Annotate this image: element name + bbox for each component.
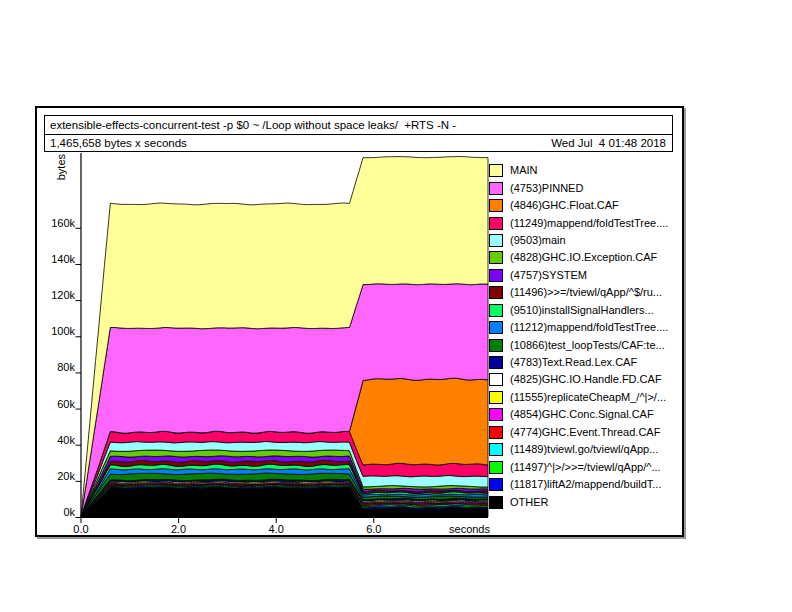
legend-label: (11555)replicateCheapM_/^|>/... — [510, 391, 666, 404]
legend-item: (11497)^|>/>>=/tviewl/qApp/^... — [489, 458, 668, 475]
legend-item: (4854)GHC.Conc.Signal.CAF — [489, 406, 668, 423]
x-tick-label: 0.0 — [59, 523, 103, 535]
legend-item: (4757)SYSTEM — [489, 267, 668, 284]
legend-label: (4757)SYSTEM — [510, 269, 587, 282]
legend-label: (4854)GHC.Conc.Signal.CAF — [510, 408, 654, 421]
legend-swatch — [489, 478, 503, 491]
legend-label: (4846)GHC.Float.CAF — [510, 199, 619, 212]
legend-item: (4774)GHC.Event.Thread.CAF — [489, 424, 668, 441]
legend-swatch — [489, 391, 503, 404]
legend-swatch — [489, 496, 503, 509]
header-box: extensible-effects-concurrent-test -p $0… — [44, 115, 673, 152]
legend-label: (4783)Text.Read.Lex.CAF — [510, 356, 637, 369]
legend-item: (4846)GHC.Float.CAF — [489, 197, 668, 214]
legend-label: (10866)test_loopTests/CAF:te... — [510, 339, 665, 352]
legend-item: (4783)Text.Read.Lex.CAF — [489, 354, 668, 371]
legend-item: (11555)replicateCheapM_/^|>/... — [489, 389, 668, 406]
legend-label: (9503)main — [510, 234, 566, 247]
x-tick-label: 6.0 — [352, 523, 396, 535]
y-axis-title: bytes — [55, 154, 67, 180]
legend-swatch — [489, 408, 503, 421]
y-tick-label: 100k — [30, 325, 75, 337]
x-axis-title: seconds — [400, 523, 490, 535]
legend-swatch — [489, 461, 503, 474]
legend-label: (9510)installSignalHandlers... — [510, 304, 654, 317]
legend-swatch — [489, 217, 503, 230]
legend-label: (11497)^|>/>>=/tviewl/qApp/^... — [510, 461, 661, 474]
legend-swatch — [489, 286, 503, 299]
legend-swatch — [489, 443, 503, 456]
legend-item: (4825)GHC.IO.Handle.FD.CAF — [489, 371, 668, 388]
legend-label: (11817)liftA2/mappend/buildT... — [510, 478, 661, 491]
legend-item: (11212)mappend/foldTestTree.... — [489, 319, 668, 336]
x-tick-label: 2.0 — [157, 523, 201, 535]
legend-swatch — [489, 373, 503, 386]
legend-swatch — [489, 321, 503, 334]
legend-label: (4753)PINNED — [510, 182, 583, 195]
x-tick-label: 4.0 — [254, 523, 298, 535]
legend-item: (4753)PINNED — [489, 179, 668, 196]
legend-swatch — [489, 339, 503, 352]
y-tick-label: 0k — [30, 506, 75, 518]
total-bytes-seconds: 1,465,658 bytes x seconds — [50, 135, 187, 152]
profile-command-title: extensible-effects-concurrent-test -p $0… — [45, 116, 672, 135]
legend-item: (11496)>>=/tviewl/qApp/^$/ru... — [489, 284, 668, 301]
legend-swatch — [489, 182, 503, 195]
legend-label: (4825)GHC.IO.Handle.FD.CAF — [510, 373, 662, 386]
legend-swatch — [489, 304, 503, 317]
legend-item: MAIN — [489, 162, 668, 179]
y-tick-label: 160k — [30, 217, 75, 229]
y-tick-label: 140k — [30, 253, 75, 265]
legend-swatch — [489, 426, 503, 439]
legend-swatch — [489, 199, 503, 212]
legend-swatch — [489, 356, 503, 369]
y-tick-label: 60k — [30, 398, 75, 410]
legend-label: (4828)GHC.IO.Exception.CAF — [510, 251, 657, 264]
header-sub-row: 1,465,658 bytes x seconds Wed Jul 4 01:4… — [45, 135, 672, 152]
legend-label: (11496)>>=/tviewl/qApp/^$/ru... — [510, 286, 662, 299]
y-tick-label: 120k — [30, 289, 75, 301]
legend-item: (4828)GHC.IO.Exception.CAF — [489, 249, 668, 266]
legend-swatch — [489, 251, 503, 264]
profile-date: Wed Jul 4 01:48 2018 — [551, 135, 666, 152]
y-tick-label: 20k — [30, 470, 75, 482]
legend-item: (11489)tviewl.go/tviewl/qApp... — [489, 441, 668, 458]
legend-label: (11489)tviewl.go/tviewl/qApp... — [510, 443, 658, 456]
y-tick-label: 80k — [30, 361, 75, 373]
legend-label: MAIN — [510, 164, 538, 177]
legend-label: OTHER — [510, 496, 549, 509]
legend-item: (11249)mappend/foldTestTree.... — [489, 214, 668, 231]
legend-swatch — [489, 269, 503, 282]
legend-item: OTHER — [489, 493, 668, 510]
y-tick-label: 40k — [30, 434, 75, 446]
legend-item: (11817)liftA2/mappend/buildT... — [489, 476, 668, 493]
legend-swatch — [489, 234, 503, 247]
legend-label: (4774)GHC.Event.Thread.CAF — [510, 426, 660, 439]
legend-item: (9510)installSignalHandlers... — [489, 302, 668, 319]
legend-item: (9503)main — [489, 232, 668, 249]
legend-label: (11212)mappend/foldTestTree.... — [510, 321, 668, 334]
legend-label: (11249)mappend/foldTestTree.... — [510, 217, 668, 230]
legend: MAIN(4753)PINNED(4846)GHC.Float.CAF(1124… — [489, 162, 668, 511]
legend-swatch — [489, 164, 503, 177]
page: extensible-effects-concurrent-test -p $0… — [0, 0, 792, 612]
legend-item: (10866)test_loopTests/CAF:te... — [489, 336, 668, 353]
